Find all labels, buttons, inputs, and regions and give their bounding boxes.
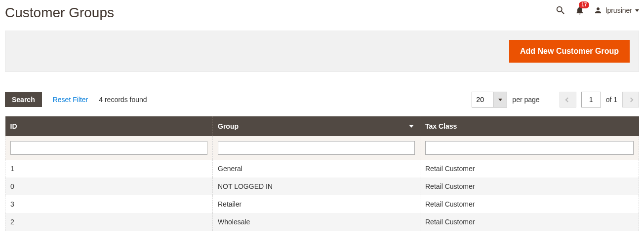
records-found-label: 4 records found: [99, 96, 147, 104]
table-row[interactable]: 3RetailerRetail Customer: [5, 195, 639, 213]
per-page-input[interactable]: [472, 92, 493, 107]
filter-id-input[interactable]: [10, 141, 207, 155]
cell-id: 3: [5, 195, 213, 213]
next-page-button[interactable]: [622, 92, 639, 107]
table-row[interactable]: 2WholesaleRetail Customer: [5, 213, 639, 231]
column-header-id[interactable]: ID: [5, 116, 213, 136]
of-label: of 1: [606, 96, 617, 104]
cell-id: 2: [5, 213, 213, 231]
cell-tax_class: Retail Customer: [420, 177, 639, 195]
user-icon: [594, 6, 603, 15]
cell-tax_class: Retail Customer: [420, 160, 639, 177]
chevron-left-icon: [565, 97, 570, 102]
cell-tax_class: Retail Customer: [420, 195, 639, 213]
user-menu[interactable]: lprusiner: [594, 6, 639, 15]
search-icon[interactable]: [555, 5, 566, 16]
cell-id: 1: [5, 160, 213, 177]
cell-group: Retailer: [213, 195, 420, 213]
page-title: Customer Groups: [5, 5, 114, 21]
grid-controls: Search Reset Filter 4 records found per …: [5, 92, 639, 107]
column-header-tax-class[interactable]: Tax Class: [420, 116, 639, 136]
filter-group-input[interactable]: [218, 141, 415, 155]
cell-group: Wholesale: [213, 213, 420, 231]
sort-desc-icon: [409, 125, 414, 128]
customer-groups-table: ID Group Tax Class 1GeneralRetail Custom…: [5, 116, 639, 231]
cell-tax_class: Retail Customer: [420, 213, 639, 231]
cell-group: General: [213, 160, 420, 177]
add-new-customer-group-button[interactable]: Add New Customer Group: [509, 40, 630, 63]
action-bar: Add New Customer Group: [5, 31, 639, 72]
notification-badge: 17: [579, 1, 589, 8]
cell-group: NOT LOGGED IN: [213, 177, 420, 195]
per-page-select[interactable]: [472, 92, 507, 107]
filter-tax-class-input[interactable]: [425, 141, 634, 155]
notification-bell-icon[interactable]: 17: [575, 5, 585, 15]
reset-filter-link[interactable]: Reset Filter: [53, 96, 88, 104]
username-label: lprusiner: [605, 6, 632, 14]
chevron-down-icon: [635, 9, 639, 12]
per-page-dropdown-toggle[interactable]: [493, 92, 507, 107]
prev-page-button[interactable]: [560, 92, 576, 107]
table-row[interactable]: 0NOT LOGGED INRetail Customer: [5, 177, 639, 195]
table-row[interactable]: 1GeneralRetail Customer: [5, 160, 639, 177]
cell-id: 0: [5, 177, 213, 195]
chevron-down-icon: [498, 99, 502, 101]
per-page-label: per page: [512, 96, 539, 104]
current-page-input[interactable]: [581, 92, 601, 107]
chevron-right-icon: [628, 97, 633, 102]
header-actions: 17 lprusiner: [555, 5, 639, 16]
column-header-group[interactable]: Group: [213, 116, 420, 136]
search-button[interactable]: Search: [5, 92, 42, 107]
